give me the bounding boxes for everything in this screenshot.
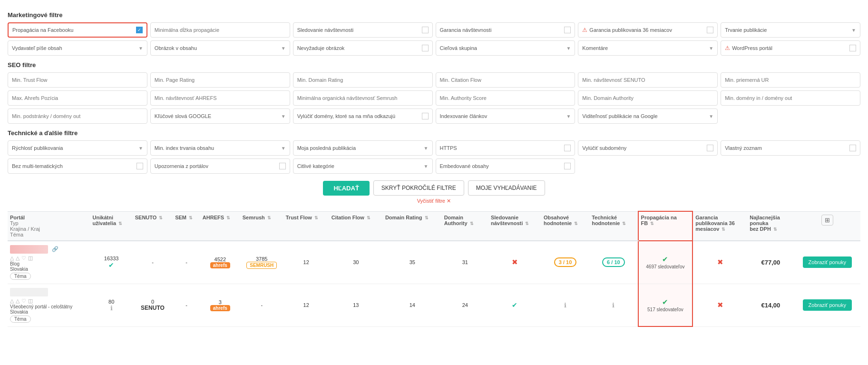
- col-domain-rating[interactable]: Domain Rating ⇅: [383, 211, 442, 241]
- col-domain-authority[interactable]: DomainAuthority ⇅: [442, 211, 488, 241]
- filter-indexovanie[interactable]: Indexovanie článkov ▼: [436, 109, 575, 124]
- filter-embedovane[interactable]: Embedované obsahy: [436, 158, 575, 174]
- filter-garancia-publikovania[interactable]: ⚠ Garancia publikovania 36 mesiacov: [578, 22, 718, 38]
- filter-nevyzaduje-obrazok[interactable]: Nevyžaduje obrázok: [293, 40, 433, 56]
- col-najlacnejsia[interactable]: Najlacnejšiaponukabez DPH ⇅: [747, 211, 794, 241]
- show-offers-button-2[interactable]: Zobraziť ponuky: [803, 299, 852, 311]
- filter-bez-multi[interactable]: Bez multi-tematických: [8, 158, 147, 174]
- filter-citlive-kategorie[interactable]: Citlivé kategórie ▼: [293, 158, 433, 174]
- col-garancia-36[interactable]: Garanciapublikovania 36mesiacov ⇅: [692, 211, 747, 241]
- filter-vylucit-subdomeny[interactable]: Vylúčiť subdomény: [578, 140, 718, 156]
- filter-cielova-skupina[interactable]: Cieľová skupina ▼: [436, 40, 575, 56]
- filter-sledovanie-navstevnosti[interactable]: Sledovanie návštevnosti: [293, 22, 433, 38]
- portal-heart-icon[interactable]: ♡: [21, 255, 26, 261]
- subdomeny-checkbox[interactable]: [707, 145, 713, 151]
- portal-alert-icon[interactable]: △: [10, 255, 14, 261]
- col-semrush[interactable]: Semrush ⇅: [240, 211, 283, 241]
- wordpress-checkbox[interactable]: [849, 45, 856, 51]
- filter-min-trust-flow[interactable]: [8, 72, 147, 88]
- portal-theme-1[interactable]: Téma: [10, 272, 88, 280]
- min-domeny-input[interactable]: [725, 95, 856, 101]
- col-senuto[interactable]: SENUTO ⇅: [133, 211, 173, 241]
- garancia-pub-checkbox[interactable]: [707, 27, 713, 33]
- my-search-button[interactable]: MOJE VYHĽADÁVANIE: [468, 180, 545, 196]
- portal-link-icon[interactable]: 🔗: [52, 246, 59, 252]
- col-technicke[interactable]: Technickéhodnotenie ⇅: [589, 211, 638, 241]
- min-trust-flow-input[interactable]: [12, 77, 143, 83]
- filter-rychlost-publ[interactable]: Rýchlosť publikovania ▼: [8, 140, 147, 156]
- https-checkbox[interactable]: [564, 145, 571, 151]
- col-unikatni[interactable]: Unikátniužívatelia ⇅: [90, 211, 133, 241]
- portal-theme-2[interactable]: Téma: [10, 315, 88, 323]
- portal2-alert2-icon[interactable]: △: [16, 298, 20, 304]
- hide-filters-button[interactable]: SKRYŤ POKROČILÉ FILTRE: [373, 180, 464, 196]
- filter-viditelnost[interactable]: Viditeľnosť publikácie na Google ▼: [578, 109, 718, 124]
- col-sem[interactable]: SEM ⇅: [173, 211, 200, 241]
- propagacia-checkbox[interactable]: ✓: [136, 27, 143, 33]
- embedovane-checkbox[interactable]: [564, 163, 571, 169]
- filter-vlastny-zoznam[interactable]: Vlastný zoznam: [721, 140, 860, 156]
- filter-min-domeny[interactable]: [721, 90, 860, 106]
- min-podstranky-input[interactable]: [12, 113, 143, 119]
- filter-min-index-trvania[interactable]: Min. index trvania obsahu ▼: [150, 140, 290, 156]
- nevyzaduje-checkbox[interactable]: [422, 45, 429, 51]
- portal-compare-icon[interactable]: ◫: [28, 255, 33, 261]
- filter-propagacia-facebook[interactable]: Propagácia na Facebooku ✓: [8, 22, 147, 38]
- filter-max-ahrefs-pozicia[interactable]: [8, 90, 147, 106]
- min-dlzka-input[interactable]: [155, 27, 286, 33]
- filter-vylucit-domeny[interactable]: Vylúčiť domény, ktoré sa na mňa odkazujú: [293, 109, 433, 124]
- col-settings[interactable]: ⊞: [794, 211, 860, 241]
- table-settings-button[interactable]: ⊞: [821, 215, 833, 226]
- col-propagacia-fb[interactable]: Propagácia naFB ⇅: [638, 211, 693, 241]
- col-citation-flow[interactable]: Citation Flow ⇅: [329, 211, 383, 241]
- filter-komentare[interactable]: Komentáre ▼: [578, 40, 718, 56]
- portal-alert2-icon[interactable]: △: [16, 255, 20, 261]
- filter-moja-posledna[interactable]: Moja posledná publikácia ▼: [293, 140, 433, 156]
- upozornenia-checkbox[interactable]: [279, 163, 286, 169]
- filter-min-org-semrush[interactable]: [293, 90, 433, 106]
- show-offers-button-1[interactable]: Zobraziť ponuky: [803, 256, 852, 268]
- filter-min-page-rating[interactable]: [150, 72, 290, 88]
- filter-min-navstevnost-ahrefs[interactable]: [150, 90, 290, 106]
- filter-obrazok-v-obsahu[interactable]: Obrázok v obsahu ▼: [150, 40, 290, 56]
- min-citation-flow-input[interactable]: [440, 77, 571, 83]
- search-button[interactable]: HĽADAŤ: [323, 181, 369, 196]
- vylucit-checkbox[interactable]: [422, 113, 429, 119]
- min-semrush-input[interactable]: [297, 95, 429, 101]
- filter-min-podstranky[interactable]: [8, 109, 147, 124]
- min-domain-authority-input[interactable]: [582, 95, 713, 101]
- filter-min-citation-flow[interactable]: [436, 72, 575, 88]
- filter-min-dlzka[interactable]: [150, 22, 290, 38]
- garancia-navstevnosti-checkbox[interactable]: [564, 27, 571, 33]
- col-obsahove[interactable]: Obsahovéhodnotenie ⇅: [541, 211, 589, 241]
- col-trust-flow[interactable]: Trust Flow ⇅: [283, 211, 329, 241]
- filter-min-domain-authority[interactable]: [578, 90, 718, 106]
- min-authority-input[interactable]: [440, 95, 571, 101]
- portal2-heart-icon[interactable]: ♡: [21, 298, 26, 304]
- clear-filters-link[interactable]: Vyčistiť filtre ✕: [8, 197, 860, 204]
- filter-klucove-slova[interactable]: Kľúčové slová GOOGLE ▼: [150, 109, 290, 124]
- col-sledovanie[interactable]: Sledovanienávštevnosti ⇅: [488, 211, 541, 241]
- filter-trvanie-publikacie[interactable]: Trvanie publikácie ▼: [721, 22, 860, 38]
- col-ahrefs[interactable]: AHREFS ⇅: [200, 211, 240, 241]
- filter-upozornenia[interactable]: Upozornenia z portálov: [150, 158, 290, 174]
- min-ur-input[interactable]: [725, 77, 856, 83]
- filter-min-authority-score[interactable]: [436, 90, 575, 106]
- portal2-compare-icon[interactable]: ◫: [28, 298, 33, 304]
- min-senuto-input[interactable]: [582, 77, 713, 83]
- sledovanie-checkbox[interactable]: [422, 27, 429, 33]
- filter-wordpress-portal[interactable]: ⚠ WordPress portál: [721, 40, 860, 56]
- min-ahrefs-nav-input[interactable]: [155, 95, 286, 101]
- vlastny-checkbox[interactable]: [849, 145, 856, 151]
- filter-min-navstevnost-senuto[interactable]: [578, 72, 718, 88]
- filter-vydavatel-pise[interactable]: Vydavateľ píše obsah ▼: [8, 40, 147, 56]
- max-ahrefs-input[interactable]: [12, 95, 143, 101]
- min-domain-rating-input[interactable]: [297, 77, 429, 83]
- multi-checkbox[interactable]: [137, 163, 143, 169]
- filter-https[interactable]: HTTPS: [436, 140, 575, 156]
- filter-garancia-navstevnosti[interactable]: Garancia návštevnosti: [436, 22, 575, 38]
- min-page-rating-input[interactable]: [155, 77, 286, 83]
- filter-min-priemerna-ur[interactable]: [721, 72, 860, 88]
- portal2-alert-icon[interactable]: △: [10, 298, 14, 304]
- filter-min-domain-rating[interactable]: [293, 72, 433, 88]
